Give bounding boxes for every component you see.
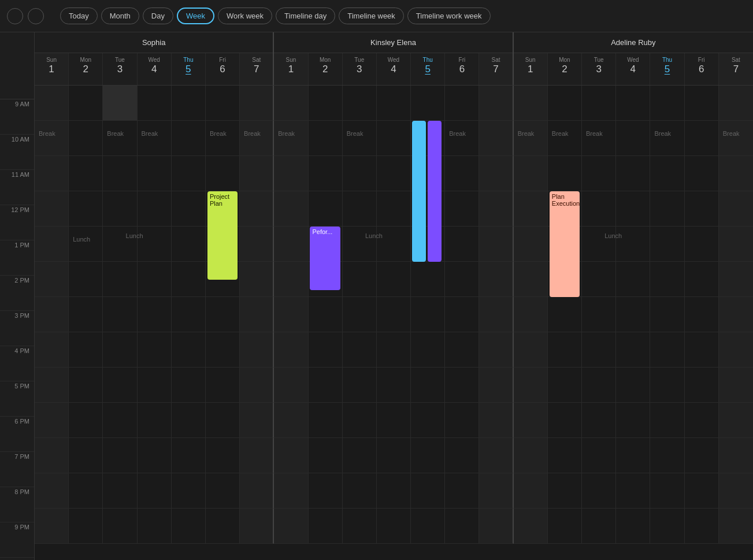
body-cell[interactable] <box>582 438 616 473</box>
body-cell[interactable] <box>343 156 377 191</box>
body-cell[interactable] <box>514 191 548 227</box>
event-s-break-sat[interactable]: Break <box>242 121 270 139</box>
body-cell[interactable] <box>445 86 479 121</box>
body-cell[interactable] <box>548 86 582 121</box>
body-cell[interactable] <box>479 297 513 332</box>
body-cell[interactable] <box>69 332 103 368</box>
body-cell[interactable] <box>309 191 343 227</box>
body-cell[interactable] <box>172 438 206 473</box>
body-cell[interactable] <box>343 227 377 262</box>
body-cell[interactable] <box>240 438 274 473</box>
body-cell[interactable] <box>103 297 137 332</box>
body-cell[interactable] <box>411 403 445 438</box>
body-cell[interactable] <box>240 509 274 544</box>
body-cell[interactable] <box>274 509 308 544</box>
body-cell[interactable] <box>411 368 445 403</box>
body-cell[interactable] <box>103 438 137 473</box>
event-s-break-wed[interactable]: Break <box>139 121 168 139</box>
body-cell[interactable] <box>719 438 753 473</box>
body-cell[interactable] <box>103 86 137 121</box>
body-cell[interactable] <box>411 438 445 473</box>
event-k-thu-ev2[interactable] <box>428 121 442 262</box>
body-cell[interactable] <box>206 473 240 509</box>
body-cell[interactable] <box>445 297 479 332</box>
body-cell[interactable] <box>445 262 479 297</box>
body-cell[interactable] <box>206 156 240 191</box>
day-header[interactable]: Mon2 <box>548 53 582 85</box>
body-cell[interactable] <box>309 438 343 473</box>
body-cell[interactable] <box>343 509 377 544</box>
body-cell[interactable] <box>411 297 445 332</box>
event-a-break-sat[interactable]: Break <box>721 121 750 139</box>
body-cell[interactable] <box>103 403 137 438</box>
body-cell[interactable] <box>69 438 103 473</box>
body-cell[interactable] <box>445 332 479 368</box>
body-cell[interactable] <box>445 227 479 262</box>
body-cell[interactable] <box>377 86 411 121</box>
body-cell[interactable] <box>479 121 513 156</box>
event-s-break-sun[interactable]: Break <box>36 121 65 139</box>
body-cell[interactable] <box>479 438 513 473</box>
body-cell[interactable] <box>274 227 308 262</box>
body-cell[interactable] <box>650 227 684 262</box>
body-cell[interactable] <box>479 191 513 227</box>
day-header[interactable]: Fri6 <box>685 53 719 85</box>
body-cell[interactable] <box>445 473 479 509</box>
body-cell[interactable] <box>138 403 172 438</box>
body-cell[interactable] <box>445 509 479 544</box>
body-cell[interactable] <box>35 473 69 509</box>
body-cell[interactable] <box>103 509 137 544</box>
body-cell[interactable] <box>411 262 445 297</box>
body-cell[interactable] <box>206 368 240 403</box>
body-cell[interactable] <box>377 262 411 297</box>
body-cell[interactable] <box>35 368 69 403</box>
body-cell[interactable] <box>616 86 650 121</box>
body-cell[interactable] <box>343 191 377 227</box>
body-cell[interactable] <box>582 509 616 544</box>
body-cell[interactable] <box>548 438 582 473</box>
body-cell[interactable] <box>377 368 411 403</box>
body-cell[interactable] <box>479 368 513 403</box>
body-cell[interactable] <box>479 262 513 297</box>
body-cell[interactable] <box>172 332 206 368</box>
body-cell[interactable] <box>616 509 650 544</box>
event-k-break-tue[interactable]: Break <box>344 121 373 139</box>
day-header[interactable]: Tue3 <box>103 53 137 85</box>
body-cell[interactable] <box>616 403 650 438</box>
body-cell[interactable] <box>377 191 411 227</box>
body-cell[interactable] <box>103 156 137 191</box>
body-cell[interactable] <box>240 227 274 262</box>
body-cell[interactable] <box>240 262 274 297</box>
body-cell[interactable] <box>343 86 377 121</box>
body-cell[interactable] <box>582 262 616 297</box>
body-cell[interactable] <box>240 86 274 121</box>
view-btn-workweek[interactable]: Work week <box>218 8 272 24</box>
body-cell[interactable] <box>69 156 103 191</box>
day-header[interactable]: Thu5 <box>650 53 684 85</box>
body-cell[interactable] <box>103 262 137 297</box>
body-cell[interactable] <box>309 368 343 403</box>
body-cell[interactable] <box>206 403 240 438</box>
body-cell[interactable] <box>514 473 548 509</box>
day-header[interactable]: Sun1 <box>514 53 548 85</box>
body-cell[interactable] <box>274 368 308 403</box>
body-cell[interactable] <box>274 156 308 191</box>
body-cell[interactable] <box>274 191 308 227</box>
body-cell[interactable] <box>274 332 308 368</box>
body-cell[interactable] <box>514 509 548 544</box>
body-cell[interactable] <box>685 262 719 297</box>
day-header[interactable]: Wed4 <box>138 53 172 85</box>
body-cell[interactable] <box>514 262 548 297</box>
view-btn-timeline-day[interactable]: Timeline day <box>276 8 335 24</box>
body-cell[interactable] <box>69 191 103 227</box>
body-cell[interactable] <box>685 297 719 332</box>
body-cell[interactable] <box>377 473 411 509</box>
body-cell[interactable] <box>274 438 308 473</box>
body-cell[interactable] <box>343 332 377 368</box>
body-cell[interactable] <box>35 297 69 332</box>
body-cell[interactable] <box>650 509 684 544</box>
body-cell[interactable] <box>35 191 69 227</box>
body-cell[interactable] <box>206 509 240 544</box>
body-cell[interactable] <box>719 191 753 227</box>
body-cell[interactable] <box>309 332 343 368</box>
